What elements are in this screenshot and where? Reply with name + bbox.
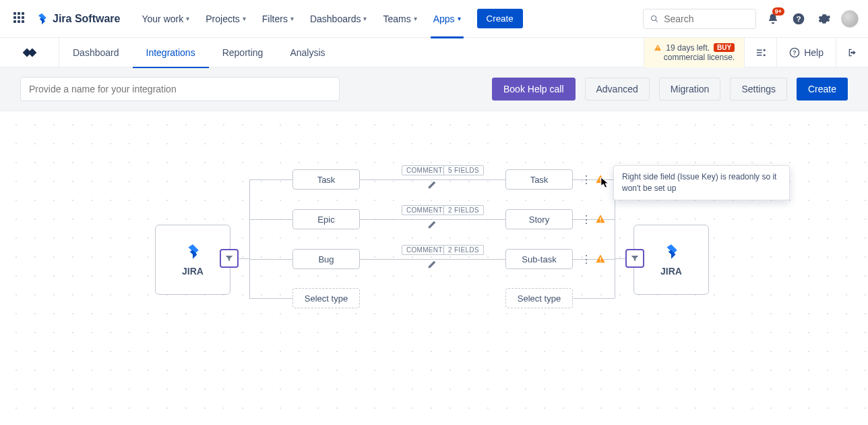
nav-filters[interactable]: Filters▾ [255, 9, 301, 28]
left-type-epic[interactable]: Epic [292, 209, 360, 229]
search-icon [650, 14, 658, 24]
app-settings-icon[interactable] [744, 38, 776, 67]
warning-icon [654, 44, 662, 52]
svg-point-0 [652, 16, 656, 20]
brand-jira-software[interactable]: Jira Software [35, 12, 120, 26]
settings-icon[interactable] [815, 10, 833, 28]
left-type-bug[interactable]: Bug [292, 249, 360, 269]
svg-line-1 [656, 20, 658, 22]
right-type-task[interactable]: Task [505, 169, 573, 190]
row1-kebab-menu[interactable]: ⋮ [581, 171, 592, 188]
svg-text:?: ? [796, 14, 801, 23]
source-node-label: JIRA [182, 266, 204, 277]
notifications-badge: 9+ [772, 7, 784, 16]
filter-icon [630, 254, 640, 263]
svg-point-7 [763, 54, 765, 56]
row2-kebab-menu[interactable]: ⋮ [581, 211, 592, 227]
svg-rect-4 [658, 47, 658, 49]
create-integration-button[interactable]: Create [797, 78, 848, 101]
settings-button[interactable]: Settings [730, 78, 787, 101]
app-logo [0, 38, 59, 67]
target-node-jira[interactable]: JIRA [633, 225, 709, 295]
book-help-call-button[interactable]: Book Help call [492, 78, 576, 101]
row3-tag-fields: 2 FIELDS [443, 245, 484, 255]
left-select-type[interactable]: Select type [292, 288, 360, 308]
tab-analysis[interactable]: Analysis [276, 38, 338, 67]
target-node-label: JIRA [660, 266, 682, 277]
jira-icon [662, 243, 680, 260]
row3-edit-icon[interactable] [426, 258, 438, 271]
left-type-task[interactable]: Task [292, 169, 360, 190]
warning-tooltip: Right side field (Issue Key) is readonly… [613, 165, 790, 200]
create-button[interactable]: Create [477, 9, 523, 28]
brand-label: Jira Software [53, 13, 120, 25]
row2-warning-icon[interactable] [594, 213, 607, 225]
user-avatar[interactable] [841, 10, 859, 28]
target-filter-button[interactable] [625, 249, 644, 268]
right-type-subtask[interactable]: Sub-task [505, 249, 573, 269]
tab-integrations[interactable]: Integrations [133, 38, 209, 67]
logout-icon[interactable] [836, 38, 868, 67]
nav-teams[interactable]: Teams▾ [376, 9, 423, 28]
help-circle-icon: ? [789, 47, 800, 58]
tab-reporting[interactable]: Reporting [209, 38, 277, 67]
global-search[interactable] [643, 9, 756, 29]
app-switcher-icon[interactable] [13, 12, 27, 26]
svg-rect-5 [658, 49, 658, 50]
nav-projects[interactable]: Projects▾ [199, 9, 253, 28]
svg-text:?: ? [793, 49, 797, 56]
cursor-pointer-icon [600, 177, 610, 189]
row3-warning-icon[interactable] [594, 253, 607, 265]
row1-tag-fields: 5 FIELDS [443, 165, 484, 175]
nav-dashboards[interactable]: Dashboards▾ [303, 9, 374, 28]
svg-rect-14 [600, 257, 600, 260]
buy-badge[interactable]: BUY [714, 43, 735, 52]
svg-point-6 [763, 49, 765, 51]
integration-name-input[interactable] [28, 83, 332, 95]
search-input[interactable] [662, 13, 749, 25]
tab-dashboard[interactable]: Dashboard [59, 38, 133, 67]
migration-button[interactable]: Migration [659, 78, 721, 101]
trial-banner: 19 days left. BUY commercial license. [644, 38, 744, 67]
help-icon[interactable]: ? [790, 10, 807, 28]
svg-rect-13 [600, 221, 600, 222]
integration-name-field[interactable] [20, 77, 340, 101]
row3-kebab-menu[interactable]: ⋮ [581, 251, 592, 267]
right-select-type[interactable]: Select type [505, 288, 573, 308]
filter-icon [224, 254, 234, 263]
row2-edit-icon[interactable] [426, 219, 438, 231]
jira-logo-icon [35, 12, 49, 26]
svg-rect-15 [600, 261, 600, 262]
row2-tag-fields: 2 FIELDS [443, 205, 484, 215]
help-link[interactable]: ? Help [776, 38, 836, 67]
nav-apps[interactable]: Apps▾ [427, 9, 468, 28]
right-type-story[interactable]: Story [505, 209, 573, 229]
notifications-icon[interactable]: 9+ [764, 10, 782, 28]
mapping-canvas[interactable]: JIRA JIRA Task COMMENTS 5 FIELDS Task ⋮ … [0, 111, 868, 409]
svg-rect-12 [600, 217, 600, 220]
row1-edit-icon[interactable] [426, 179, 438, 191]
nav-your-work[interactable]: Your work▾ [135, 9, 196, 28]
jira-icon [184, 243, 202, 260]
advanced-button[interactable]: Advanced [585, 78, 650, 101]
source-filter-button[interactable] [220, 249, 239, 268]
